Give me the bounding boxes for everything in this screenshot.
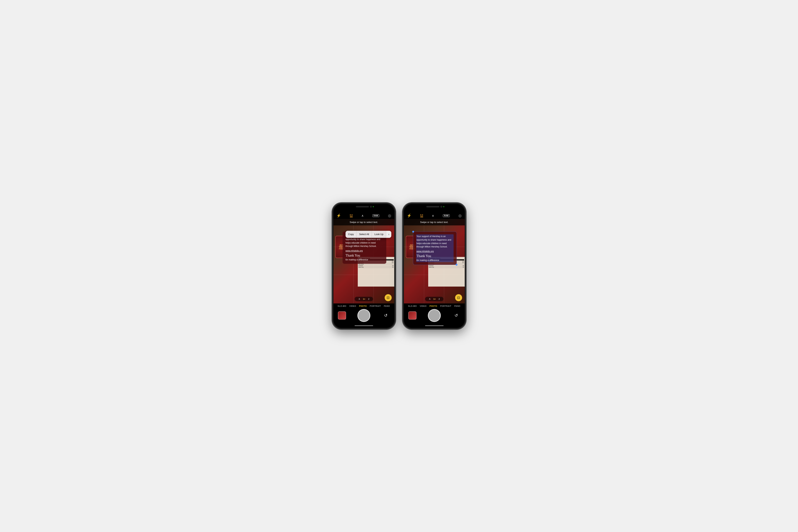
exposure-control-right[interactable]: 0.0 — [420, 214, 423, 217]
zoom-half-right[interactable]: .5 — [427, 298, 432, 301]
live-photo-icon-right[interactable]: ◎ — [458, 213, 461, 218]
camera-bottom-right: SLO-MO VIDEO PHOTO PORTRAIT PANO ↺ — [404, 303, 465, 324]
chevron-up-icon[interactable]: ∧ — [361, 214, 364, 217]
status-bar-left — [334, 204, 394, 212]
zoom-1x-right[interactable]: 1× — [432, 298, 437, 301]
look-up-button[interactable]: Look Up — [372, 231, 386, 238]
nutrition-row: Cholesterol0% — [429, 265, 464, 266]
status-bar-right — [404, 204, 465, 212]
raw-toggle-right[interactable]: RAW — [443, 214, 450, 217]
home-bar-right — [425, 325, 443, 326]
flash-icon-right[interactable]: ⚡ — [407, 213, 412, 218]
zoom-controls-right: .5 1× 2 — [425, 297, 443, 301]
selected-text-area: Your support of Hershey is an opportunit… — [416, 234, 454, 262]
nutrition-row: Sodium 5mg0% — [429, 266, 464, 268]
mode-slomo-right[interactable]: SLO-MO — [408, 305, 417, 307]
thank-you-text-right: Thank You — [417, 254, 453, 258]
screen-left: ⚡ 0.0 ∧ RAW ◎ — [334, 204, 394, 328]
shutter-button-right[interactable] — [428, 309, 441, 322]
live-text-icon-right: ⊡ — [457, 296, 460, 300]
live-text-button-left[interactable]: ⊡ — [385, 294, 392, 301]
notch-right — [423, 204, 445, 209]
camera-feed-left: MILTONHERSHEYSCHOOLFOUNDED Nutrition Fac… — [334, 219, 394, 303]
nutrition-row: Sodium 5mg0% — [358, 266, 394, 268]
photo-thumbnail-right[interactable] — [408, 311, 417, 320]
live-text-icon: ⊡ — [387, 296, 390, 300]
front-camera-right — [440, 206, 442, 208]
mode-video-right[interactable]: VIDEO — [420, 305, 426, 307]
exposure-control[interactable]: 0.0 — [350, 214, 353, 217]
camera-action-row-left: ↺ — [334, 308, 394, 323]
green-dot-right — [443, 206, 444, 207]
viewfinder-right[interactable]: MILTONHERSHEYSCHOOLFOUNDED Nutrition Fac… — [404, 219, 465, 303]
zoom-controls-left: .5 1× 2 — [355, 297, 373, 301]
mode-portrait-right[interactable]: PORTRAIT — [440, 305, 451, 307]
camera-bottom-left: SLO-MO VIDEO PHOTO PORTRAIT PANO ↺ — [334, 303, 394, 324]
live-photo-icon[interactable]: ◎ — [388, 213, 391, 218]
home-indicator-left — [334, 324, 394, 328]
green-dot — [373, 206, 374, 207]
text-overlay-right: Your support of Hershey is an opportunit… — [413, 231, 457, 265]
hershey-text-paragraph-right: Your support of Hershey is an opportunit… — [417, 235, 453, 248]
mode-portrait[interactable]: PORTRAIT — [369, 305, 381, 307]
thank-you-text: Thank You — [345, 253, 383, 258]
mode-pano-right[interactable]: PANO — [454, 305, 460, 307]
context-menu-left[interactable]: Copy Select All Look Up › — [345, 231, 391, 238]
dynamic-island-pill — [356, 206, 369, 207]
flip-camera-button-right[interactable]: ↺ — [452, 311, 460, 320]
home-indicator-right — [404, 324, 465, 328]
nutrition-row: Cholesterol0% — [358, 265, 394, 266]
copy-button[interactable]: Copy — [345, 231, 357, 238]
mode-selector-right: SLO-MO VIDEO PHOTO PORTRAIT PANO — [404, 305, 465, 308]
camera-controls-left: ⚡ 0.0 ∧ RAW ◎ — [334, 212, 394, 219]
dynamic-island-pill-right — [426, 206, 439, 207]
flash-icon[interactable]: ⚡ — [337, 213, 341, 218]
mode-pano[interactable]: PANO — [384, 305, 390, 307]
swipe-banner-left: Swipe or tap to select text. — [334, 219, 394, 225]
camera-feed-right: MILTONHERSHEYSCHOOLFOUNDED Nutrition Fac… — [404, 219, 465, 303]
zoom-1x[interactable]: 1× — [361, 298, 367, 301]
mode-photo[interactable]: PHOTO — [359, 305, 367, 307]
phone-right: ⚡ 0.0 ∧ RAW ◎ — [403, 203, 466, 329]
home-bar-left — [355, 325, 373, 326]
raw-toggle[interactable]: RAW — [373, 214, 379, 217]
hershey-website: www.mhskids.org — [345, 249, 363, 252]
swipe-banner-right: Swipe or tap to select text. — [404, 219, 465, 225]
flip-camera-button-left[interactable]: ↺ — [382, 311, 390, 320]
camera-controls-right: ⚡ 0.0 ∧ RAW ◎ — [404, 212, 465, 219]
live-text-button-right[interactable]: ⊡ — [455, 294, 462, 301]
diff-text-right: for making a difference — [417, 259, 439, 262]
diff-text: for making a difference — [345, 259, 368, 261]
mode-photo-right[interactable]: PHOTO — [430, 305, 437, 307]
front-camera — [370, 206, 372, 208]
mode-slomo[interactable]: SLO-MO — [338, 305, 346, 307]
exposure-bars-right — [420, 216, 423, 217]
screen-right: ⚡ 0.0 ∧ RAW ◎ — [404, 204, 465, 328]
camera-action-row-right: ↺ — [404, 308, 465, 323]
notch-left — [353, 204, 375, 209]
zoom-2x-right[interactable]: 2 — [437, 298, 441, 301]
mode-video[interactable]: VIDEO — [349, 305, 356, 307]
photo-thumbnail-left[interactable] — [338, 311, 346, 320]
selection-handle-top — [412, 231, 414, 233]
context-menu-more[interactable]: › — [386, 231, 391, 238]
select-all-button[interactable]: Select All — [357, 231, 372, 238]
exposure-value-right: 0.0 — [420, 214, 423, 216]
phones-container: ⚡ 0.0 ∧ RAW ◎ — [332, 203, 466, 329]
zoom-2x[interactable]: 2 — [367, 298, 371, 301]
exposure-bars — [350, 216, 353, 217]
shutter-button-left[interactable] — [357, 309, 370, 322]
zoom-half[interactable]: .5 — [357, 298, 361, 301]
mode-selector-left: SLO-MO VIDEO PHOTO PORTRAIT PANO — [334, 305, 394, 308]
viewfinder-left[interactable]: MILTONHERSHEYSCHOOLFOUNDED Nutrition Fac… — [334, 219, 394, 303]
hershey-website-right: www.mhskids.org — [417, 250, 434, 253]
phone-left: ⚡ 0.0 ∧ RAW ◎ — [332, 203, 395, 329]
exposure-value: 0.0 — [350, 214, 353, 216]
chevron-up-icon-right[interactable]: ∧ — [432, 214, 434, 217]
